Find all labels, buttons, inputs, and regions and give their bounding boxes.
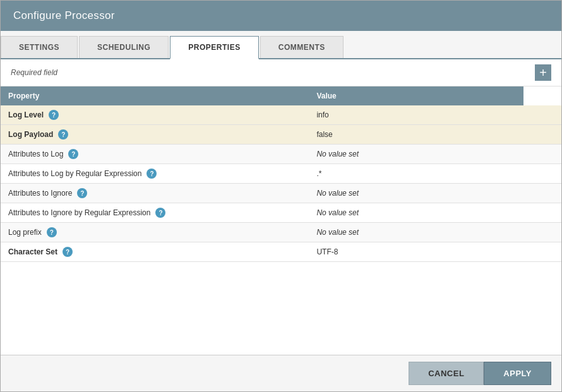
table-row-value[interactable]: UTF-8 — [309, 242, 523, 262]
table-row-property: Log Level? — [1, 105, 309, 125]
dialog-title: Configure Processor — [13, 9, 115, 21]
help-icon[interactable]: ? — [146, 169, 157, 179]
table-row-action — [523, 105, 561, 125]
table-row-action — [523, 242, 561, 262]
required-field-label: Required field — [11, 68, 57, 77]
table-row-action — [523, 145, 561, 164]
table-row-value[interactable]: .* — [309, 164, 523, 184]
table-row-value[interactable]: No value set — [309, 184, 523, 203]
tab-scheduling[interactable]: SCHEDULING — [79, 36, 169, 58]
help-icon[interactable]: ? — [68, 149, 78, 159]
table-row-action — [523, 164, 561, 184]
help-icon[interactable]: ? — [47, 227, 57, 237]
table-header: Property Value — [1, 86, 561, 105]
tab-properties[interactable]: PROPERTIES — [170, 36, 258, 59]
table-row-value[interactable]: No value set — [309, 145, 523, 164]
property-name: Log Payload — [8, 130, 53, 139]
properties-table-scroll[interactable]: Property Value Log Level?infoLog Payload… — [1, 86, 561, 355]
table-body: Log Level?infoLog Payload?falseAttribute… — [1, 105, 561, 262]
add-property-button[interactable]: + — [535, 64, 551, 81]
configure-processor-dialog: Configure Processor SETTINGS SCHEDULING … — [0, 0, 562, 392]
cancel-button[interactable]: CANCEL — [409, 362, 484, 385]
table-row-property: Attributes to Log? — [1, 145, 309, 164]
required-row: Required field + — [1, 59, 561, 86]
property-name: Attributes to Log — [8, 150, 63, 158]
property-name: Attributes to Log by Regular Expression — [8, 169, 141, 178]
column-property: Property — [1, 86, 309, 105]
table-row-action — [523, 184, 561, 203]
help-icon[interactable]: ? — [77, 188, 87, 198]
table-row-value[interactable]: No value set — [309, 203, 523, 223]
properties-table: Property Value Log Level?infoLog Payload… — [1, 86, 561, 262]
table-row-property: Log Payload? — [1, 125, 309, 145]
table-row-action — [523, 203, 561, 223]
apply-button[interactable]: APPLY — [484, 362, 551, 385]
help-icon[interactable]: ? — [155, 208, 165, 218]
help-icon[interactable]: ? — [58, 129, 68, 140]
dialog-footer: CANCEL APPLY — [1, 355, 561, 391]
tab-settings[interactable]: SETTINGS — [1, 36, 78, 58]
column-value: Value — [309, 86, 523, 105]
table-row-property: Log prefix? — [1, 223, 309, 242]
table-row-action — [523, 223, 561, 242]
help-icon[interactable]: ? — [49, 110, 59, 120]
table-row-value[interactable]: false — [309, 125, 523, 145]
table-row-property: Attributes to Ignore? — [1, 184, 309, 203]
table-row-property: Character Set? — [1, 242, 309, 262]
tab-bar: SETTINGS SCHEDULING PROPERTIES COMMENTS — [1, 31, 561, 59]
property-name: Character Set — [8, 247, 57, 256]
help-icon[interactable]: ? — [63, 247, 73, 257]
tab-comments[interactable]: COMMENTS — [260, 36, 344, 58]
dialog-header: Configure Processor — [1, 1, 561, 31]
property-name: Log Level — [8, 110, 44, 119]
table-row-value[interactable]: No value set — [309, 223, 523, 242]
content-area: Required field + Property Value Log Leve… — [1, 59, 561, 355]
table-row-value[interactable]: info — [309, 105, 523, 125]
table-row-property: Attributes to Log by Regular Expression? — [1, 164, 309, 184]
table-row-action — [523, 125, 561, 145]
property-name: Attributes to Ignore — [8, 189, 72, 198]
property-name: Attributes to Ignore by Regular Expressi… — [8, 208, 150, 217]
property-name: Log prefix — [8, 228, 42, 237]
table-row-property: Attributes to Ignore by Regular Expressi… — [1, 203, 309, 223]
